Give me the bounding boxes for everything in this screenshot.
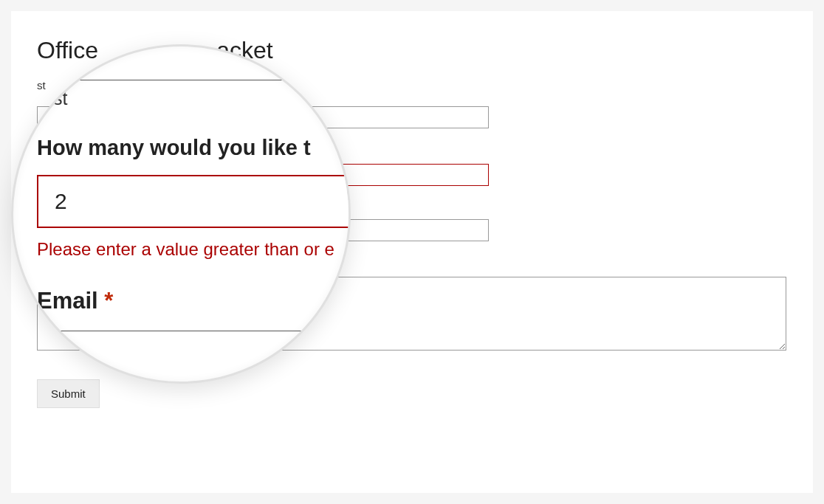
title-prefix: Office — [37, 37, 98, 63]
form-card: Office ________ acket st How many would … — [11, 11, 813, 493]
magnifier-quantity-label: How many would you like t — [37, 136, 334, 160]
magnifier-email-label: Email * — [37, 288, 334, 314]
magnifier-divider-bottom — [22, 331, 303, 331]
magnifier-sublabel: ..st — [43, 88, 334, 109]
magnifier-content: ..st How many would you like t 2 Please … — [13, 46, 349, 382]
magnifier-quantity-input: 2 — [37, 175, 351, 228]
magnifier-error-message: Please enter a value greater than or e — [37, 239, 334, 260]
magnifier-quantity-value: 2 — [55, 189, 67, 214]
magnifier-lens: ..st How many would you like t 2 Please … — [11, 44, 351, 384]
submit-button[interactable]: Submit — [37, 379, 100, 408]
magnifier-email-text: Email — [37, 288, 98, 314]
magnifier-required-asterisk: * — [104, 288, 113, 314]
